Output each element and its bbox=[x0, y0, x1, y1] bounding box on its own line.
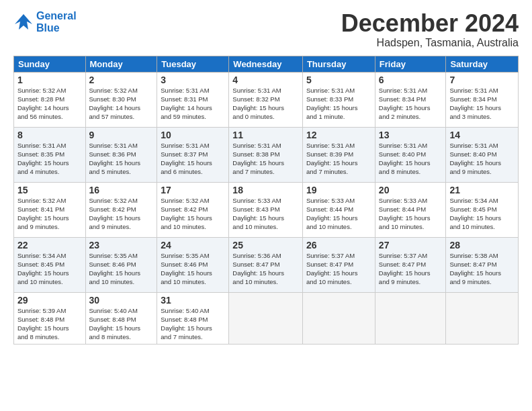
day-number: 1 bbox=[17, 75, 82, 85]
day-info: Sunrise: 5:31 AM Sunset: 8:39 PM Dayligh… bbox=[306, 141, 371, 177]
day-number: 18 bbox=[232, 185, 299, 195]
day-number: 20 bbox=[379, 185, 443, 195]
day-number: 11 bbox=[232, 130, 299, 140]
calendar-header-row: Sunday Monday Tuesday Wednesday Thursday… bbox=[14, 56, 519, 72]
day-number: 8 bbox=[17, 130, 82, 140]
calendar-cell: 28Sunrise: 5:38 AM Sunset: 8:47 PM Dayli… bbox=[446, 237, 519, 292]
calendar-cell: 19Sunrise: 5:33 AM Sunset: 8:44 PM Dayli… bbox=[302, 182, 375, 237]
calendar-cell: 14Sunrise: 5:31 AM Sunset: 8:40 PM Dayli… bbox=[446, 127, 519, 182]
day-number: 31 bbox=[161, 295, 225, 306]
day-info: Sunrise: 5:31 AM Sunset: 8:35 PM Dayligh… bbox=[17, 141, 82, 177]
calendar-cell: 1Sunrise: 5:32 AM Sunset: 8:28 PM Daylig… bbox=[14, 72, 86, 127]
day-number: 26 bbox=[306, 240, 371, 250]
day-info: Sunrise: 5:37 AM Sunset: 8:47 PM Dayligh… bbox=[306, 251, 371, 287]
header: General Blue December 2024 Hadspen, Tasm… bbox=[13, 10, 519, 49]
day-info: Sunrise: 5:31 AM Sunset: 8:40 PM Dayligh… bbox=[449, 141, 515, 177]
day-info: Sunrise: 5:35 AM Sunset: 8:46 PM Dayligh… bbox=[161, 251, 225, 287]
calendar-cell: 18Sunrise: 5:33 AM Sunset: 8:43 PM Dayli… bbox=[229, 182, 303, 237]
calendar-cell: 3Sunrise: 5:31 AM Sunset: 8:31 PM Daylig… bbox=[157, 72, 229, 127]
calendar-cell: 21Sunrise: 5:34 AM Sunset: 8:45 PM Dayli… bbox=[446, 182, 519, 237]
calendar-cell: 4Sunrise: 5:31 AM Sunset: 8:32 PM Daylig… bbox=[229, 72, 303, 127]
day-info: Sunrise: 5:33 AM Sunset: 8:44 PM Dayligh… bbox=[306, 196, 371, 232]
col-monday: Monday bbox=[85, 56, 157, 72]
day-info: Sunrise: 5:32 AM Sunset: 8:41 PM Dayligh… bbox=[17, 196, 82, 232]
day-number: 15 bbox=[17, 185, 82, 195]
calendar-cell bbox=[375, 292, 446, 344]
day-number: 28 bbox=[449, 240, 515, 250]
day-info: Sunrise: 5:33 AM Sunset: 8:43 PM Dayligh… bbox=[232, 196, 299, 232]
day-info: Sunrise: 5:34 AM Sunset: 8:45 PM Dayligh… bbox=[449, 196, 515, 232]
calendar-cell bbox=[446, 292, 519, 344]
calendar-cell: 26Sunrise: 5:37 AM Sunset: 8:47 PM Dayli… bbox=[302, 237, 375, 292]
day-number: 5 bbox=[306, 75, 371, 85]
day-info: Sunrise: 5:32 AM Sunset: 8:30 PM Dayligh… bbox=[89, 86, 154, 122]
calendar-cell: 10Sunrise: 5:31 AM Sunset: 8:37 PM Dayli… bbox=[157, 127, 229, 182]
svg-marker-0 bbox=[15, 14, 32, 30]
calendar-cell: 24Sunrise: 5:35 AM Sunset: 8:46 PM Dayli… bbox=[157, 237, 229, 292]
calendar-cell: 12Sunrise: 5:31 AM Sunset: 8:39 PM Dayli… bbox=[302, 127, 375, 182]
day-info: Sunrise: 5:36 AM Sunset: 8:47 PM Dayligh… bbox=[232, 251, 299, 287]
calendar-week-row-2: 8Sunrise: 5:31 AM Sunset: 8:35 PM Daylig… bbox=[14, 127, 519, 182]
day-info: Sunrise: 5:31 AM Sunset: 8:34 PM Dayligh… bbox=[379, 86, 443, 122]
month-title: December 2024 bbox=[341, 10, 519, 37]
calendar-cell bbox=[302, 292, 375, 344]
day-number: 21 bbox=[449, 185, 515, 195]
calendar-cell: 30Sunrise: 5:40 AM Sunset: 8:48 PM Dayli… bbox=[85, 292, 157, 344]
title-block: December 2024 Hadspen, Tasmania, Austral… bbox=[341, 10, 519, 49]
calendar-cell: 7Sunrise: 5:31 AM Sunset: 8:34 PM Daylig… bbox=[446, 72, 519, 127]
day-info: Sunrise: 5:34 AM Sunset: 8:45 PM Dayligh… bbox=[17, 251, 82, 287]
calendar-cell: 20Sunrise: 5:33 AM Sunset: 8:44 PM Dayli… bbox=[375, 182, 446, 237]
day-info: Sunrise: 5:31 AM Sunset: 8:34 PM Dayligh… bbox=[449, 86, 515, 122]
day-number: 27 bbox=[379, 240, 443, 250]
day-info: Sunrise: 5:31 AM Sunset: 8:36 PM Dayligh… bbox=[89, 141, 154, 177]
day-number: 13 bbox=[379, 130, 443, 140]
day-number: 9 bbox=[89, 130, 154, 140]
day-info: Sunrise: 5:31 AM Sunset: 8:31 PM Dayligh… bbox=[161, 86, 225, 122]
calendar-cell: 13Sunrise: 5:31 AM Sunset: 8:40 PM Dayli… bbox=[375, 127, 446, 182]
calendar-cell: 5Sunrise: 5:31 AM Sunset: 8:33 PM Daylig… bbox=[302, 72, 375, 127]
col-sunday: Sunday bbox=[14, 56, 86, 72]
day-number: 12 bbox=[306, 130, 371, 140]
day-number: 6 bbox=[379, 75, 443, 85]
calendar-cell: 17Sunrise: 5:32 AM Sunset: 8:42 PM Dayli… bbox=[157, 182, 229, 237]
logo: General Blue bbox=[13, 10, 77, 34]
day-number: 24 bbox=[161, 240, 225, 250]
day-number: 10 bbox=[161, 130, 225, 140]
calendar-cell bbox=[229, 292, 303, 344]
calendar-cell: 8Sunrise: 5:31 AM Sunset: 8:35 PM Daylig… bbox=[14, 127, 86, 182]
page: General Blue December 2024 Hadspen, Tasm… bbox=[0, 0, 532, 411]
day-info: Sunrise: 5:31 AM Sunset: 8:38 PM Dayligh… bbox=[232, 141, 299, 177]
day-info: Sunrise: 5:39 AM Sunset: 8:48 PM Dayligh… bbox=[17, 306, 82, 342]
calendar-cell: 2Sunrise: 5:32 AM Sunset: 8:30 PM Daylig… bbox=[85, 72, 157, 127]
day-info: Sunrise: 5:37 AM Sunset: 8:47 PM Dayligh… bbox=[379, 251, 443, 287]
calendar-week-row-3: 15Sunrise: 5:32 AM Sunset: 8:41 PM Dayli… bbox=[14, 182, 519, 237]
calendar-cell: 22Sunrise: 5:34 AM Sunset: 8:45 PM Dayli… bbox=[14, 237, 86, 292]
day-number: 23 bbox=[89, 240, 154, 250]
day-info: Sunrise: 5:40 AM Sunset: 8:48 PM Dayligh… bbox=[89, 306, 154, 342]
location-subtitle: Hadspen, Tasmania, Australia bbox=[341, 37, 519, 49]
col-wednesday: Wednesday bbox=[229, 56, 303, 72]
day-number: 7 bbox=[449, 75, 515, 85]
calendar-table: Sunday Monday Tuesday Wednesday Thursday… bbox=[13, 56, 519, 345]
day-number: 30 bbox=[89, 295, 154, 306]
day-number: 2 bbox=[89, 75, 154, 85]
calendar-cell: 6Sunrise: 5:31 AM Sunset: 8:34 PM Daylig… bbox=[375, 72, 446, 127]
day-number: 29 bbox=[17, 295, 82, 306]
calendar-week-row-1: 1Sunrise: 5:32 AM Sunset: 8:28 PM Daylig… bbox=[14, 72, 519, 127]
calendar-cell: 9Sunrise: 5:31 AM Sunset: 8:36 PM Daylig… bbox=[85, 127, 157, 182]
day-info: Sunrise: 5:35 AM Sunset: 8:46 PM Dayligh… bbox=[89, 251, 154, 287]
day-number: 22 bbox=[17, 240, 82, 250]
day-info: Sunrise: 5:32 AM Sunset: 8:42 PM Dayligh… bbox=[161, 196, 225, 232]
calendar-week-row-4: 22Sunrise: 5:34 AM Sunset: 8:45 PM Dayli… bbox=[14, 237, 519, 292]
day-info: Sunrise: 5:31 AM Sunset: 8:33 PM Dayligh… bbox=[306, 86, 371, 122]
day-info: Sunrise: 5:31 AM Sunset: 8:37 PM Dayligh… bbox=[161, 141, 225, 177]
day-number: 25 bbox=[232, 240, 299, 250]
day-number: 16 bbox=[89, 185, 154, 195]
calendar-cell: 16Sunrise: 5:32 AM Sunset: 8:42 PM Dayli… bbox=[85, 182, 157, 237]
calendar-cell: 15Sunrise: 5:32 AM Sunset: 8:41 PM Dayli… bbox=[14, 182, 86, 237]
calendar-cell: 31Sunrise: 5:40 AM Sunset: 8:48 PM Dayli… bbox=[157, 292, 229, 344]
day-info: Sunrise: 5:40 AM Sunset: 8:48 PM Dayligh… bbox=[161, 306, 225, 342]
col-friday: Friday bbox=[375, 56, 446, 72]
day-info: Sunrise: 5:32 AM Sunset: 8:28 PM Dayligh… bbox=[17, 86, 82, 122]
day-info: Sunrise: 5:31 AM Sunset: 8:40 PM Dayligh… bbox=[379, 141, 443, 177]
